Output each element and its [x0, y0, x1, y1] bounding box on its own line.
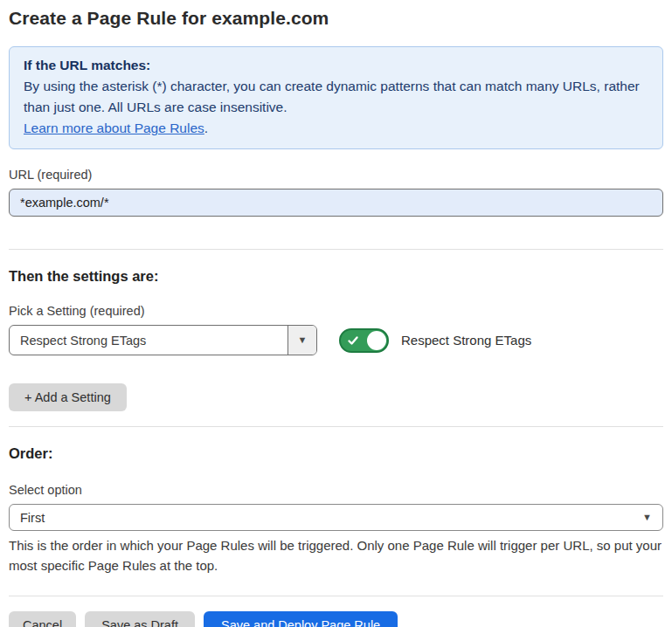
toggle-knob [367, 331, 386, 350]
url-match-info-box: If the URL matches: By using the asteris… [9, 46, 663, 149]
order-select-dropdown[interactable]: First ▼ [9, 504, 663, 531]
caret-down-icon: ▼ [642, 513, 652, 522]
etags-toggle[interactable] [339, 328, 389, 353]
info-box-body: By using the asterisk (*) character, you… [24, 76, 648, 118]
save-and-deploy-button[interactable]: Save and Deploy Page Rule [204, 611, 398, 627]
create-page-rule-form: Create a Page Rule for example.com If th… [0, 8, 672, 627]
etags-toggle-label: Respect Strong ETags [401, 333, 531, 348]
info-box-link-line: Learn more about Page Rules. [24, 118, 648, 139]
order-select-value: First [20, 511, 45, 525]
page-title: Create a Page Rule for example.com [9, 8, 663, 29]
setting-row: Respect Strong ETags ▼ Respect Strong ET… [9, 325, 663, 355]
caret-down-icon: ▼ [298, 335, 308, 345]
divider [9, 596, 663, 596]
save-as-draft-button[interactable]: Save as Draft [85, 611, 195, 627]
checkmark-icon [347, 334, 359, 347]
url-input[interactable] [9, 189, 663, 217]
form-footer: Cancel Save as Draft Save and Deploy Pag… [9, 611, 663, 627]
url-field-group: URL (required) [9, 168, 663, 217]
learn-more-page-rules-link[interactable]: Learn more about Page Rules [24, 121, 204, 135]
cancel-button[interactable]: Cancel [9, 611, 76, 627]
setting-select-value: Respect Strong ETags [10, 326, 288, 355]
url-field-label: URL (required) [9, 168, 663, 182]
divider [9, 249, 663, 250]
divider [9, 426, 663, 427]
order-help-text: This is the order in which your Page Rul… [9, 535, 663, 575]
setting-select-dropdown[interactable]: Respect Strong ETags ▼ [9, 325, 317, 355]
setting-select-arrow-box[interactable]: ▼ [288, 326, 316, 355]
pick-setting-label: Pick a Setting (required) [9, 304, 663, 318]
info-box-heading: If the URL matches: [24, 55, 648, 76]
link-suffix-period: . [204, 121, 208, 135]
settings-section-heading: Then the settings are: [9, 268, 663, 285]
order-select-label: Select option [9, 483, 663, 497]
etags-toggle-group: Respect Strong ETags [339, 328, 531, 353]
add-setting-button[interactable]: + Add a Setting [9, 383, 127, 411]
order-section-heading: Order: [9, 445, 663, 462]
